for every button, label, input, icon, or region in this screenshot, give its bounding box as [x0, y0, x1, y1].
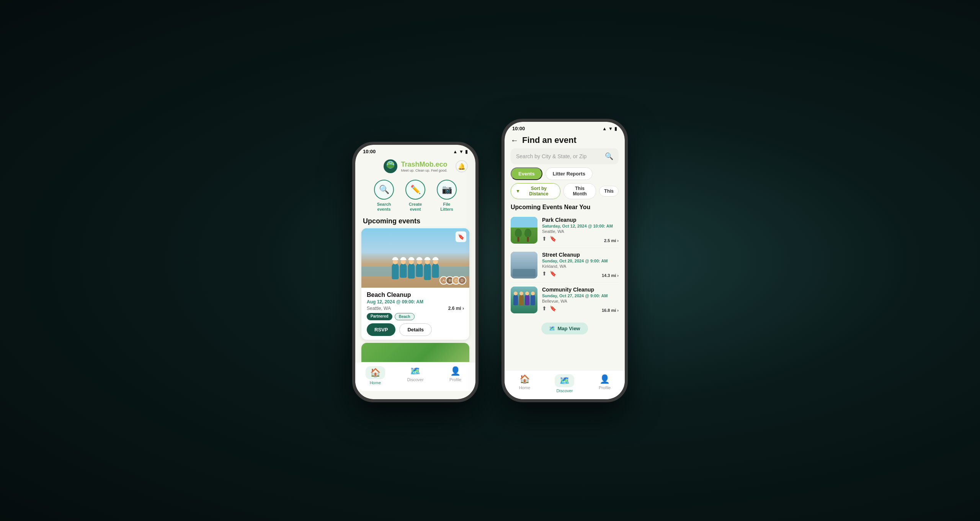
search-events-icon: 🔍	[374, 180, 394, 200]
right-nav-discover-label: Discover	[557, 388, 573, 393]
street-share-icon[interactable]: ⬆	[542, 270, 547, 277]
bookmark-icon[interactable]: 🔖	[456, 231, 466, 242]
upcoming-events-heading: Upcoming Events Near You	[505, 202, 625, 213]
right-bottom-nav: 🏠 Home 🗺️ Discover 👤 Profile	[505, 370, 625, 399]
back-button[interactable]: ←	[511, 136, 518, 145]
rsvp-button[interactable]: RSVP	[367, 323, 395, 336]
right-phone-content: ← Find an event Search by City & State, …	[505, 133, 625, 399]
community-event-distance: 16.8 mi ›	[602, 308, 619, 313]
right-status-bar: 10:00 ▲ ▼ ▮	[505, 122, 625, 133]
nav-home-bg: 🏠	[366, 366, 385, 379]
community-scene	[511, 287, 537, 313]
left-bottom-nav: 🏠 Home 🗺️ Discover 👤 Profile	[355, 362, 475, 391]
tab-litter-reports[interactable]: Litter Reports	[546, 167, 593, 180]
right-profile-icon: 👤	[599, 374, 610, 384]
right-nav-discover-bg: 🗺️	[555, 374, 574, 387]
file-litters-action[interactable]: 📷 FileLitters	[437, 180, 457, 212]
street-event-distance: 14.3 mi ›	[602, 273, 619, 278]
park-event-name: Park Cleanup	[542, 217, 619, 223]
map-view-button[interactable]: 🗺️ Map View	[541, 323, 588, 334]
right-discover-icon: 🗺️	[559, 376, 570, 386]
event-row-community[interactable]: Community Cleanup Sunday, Oct 27, 2024 @…	[511, 283, 619, 317]
left-status-icons: ▲ ▼ ▮	[453, 149, 468, 154]
community-share-icon[interactable]: ⬆	[542, 305, 547, 311]
event-name: Beach Cleanup	[367, 292, 464, 298]
details-button[interactable]: Details	[399, 323, 432, 336]
next-event-peek	[361, 343, 469, 362]
svg-point-4	[392, 162, 394, 164]
svg-point-2	[387, 164, 394, 168]
right-time: 10:00	[512, 126, 525, 131]
left-status-bar: 10:00 ▲ ▼ ▮	[355, 145, 475, 156]
comm-person-2	[519, 295, 524, 305]
park-bookmark-icon[interactable]: 🔖	[550, 236, 556, 242]
nav-profile-label: Profile	[449, 377, 461, 382]
signal-icon: ▲	[453, 149, 457, 154]
app-header: TrashMob.eco Meet up. Clean up. Feel goo…	[355, 156, 475, 176]
right-signal-icon: ▲	[602, 126, 607, 131]
avatar-4: D	[458, 276, 466, 285]
logo-area: TrashMob.eco Meet up. Clean up. Feel goo…	[383, 159, 447, 174]
this-filter[interactable]: This	[599, 186, 619, 197]
right-nav-profile[interactable]: 👤 Profile	[593, 374, 616, 393]
street-event-name: Street Cleanup	[542, 252, 619, 258]
search-events-action[interactable]: 🔍 Searchevents	[374, 180, 394, 212]
event-row-park[interactable]: Park Cleanup Saturday, Oct 12, 2024 @ 10…	[511, 213, 619, 248]
community-event-date: Sunday, Oct 27, 2024 @ 9:00: AM	[542, 293, 619, 298]
location-search-bar[interactable]: Search by City & State, or Zip 🔍	[511, 148, 619, 164]
right-phone-screen: 10:00 ▲ ▼ ▮ ← Find an event Search by Ci…	[505, 122, 625, 399]
tag-partnered: Partnered	[367, 313, 392, 320]
featured-event-card[interactable]: 🔖 A B C D Beach Cleanup Aug 12, 2024 @ 0…	[361, 228, 469, 340]
beach-people	[392, 263, 439, 280]
left-time: 10:00	[363, 149, 376, 154]
map-icon: 🗺️	[549, 326, 555, 331]
app-name: TrashMob.eco	[401, 161, 447, 169]
wifi-icon: ▼	[459, 149, 464, 154]
attendee-avatars: A B C D	[442, 276, 466, 285]
park-share-icon[interactable]: ⬆	[542, 236, 547, 242]
nav-discover[interactable]: 🗺️ Discover	[404, 366, 427, 385]
right-wifi-icon: ▼	[608, 126, 613, 131]
comm-person-1	[513, 295, 518, 305]
event-location: Seattle, WA	[367, 306, 391, 311]
nav-home[interactable]: 🏠 Home	[364, 366, 387, 385]
right-nav-profile-label: Profile	[599, 385, 611, 390]
right-nav-discover[interactable]: 🗺️ Discover	[553, 374, 576, 393]
event-row-street[interactable]: Street Cleanup Sunday, Oct 20, 2024 @ 9:…	[511, 248, 619, 283]
this-month-filter[interactable]: This Month	[564, 183, 596, 199]
community-event-location: Bellevue, WA	[542, 299, 619, 303]
street-scene	[511, 252, 537, 279]
svg-point-3	[387, 162, 390, 165]
discover-icon: 🗺️	[410, 366, 420, 376]
nav-discover-label: Discover	[407, 377, 424, 382]
event-card-info: Beach Cleanup Aug 12, 2024 @ 09:00: AM S…	[361, 288, 469, 340]
right-status-icons: ▲ ▼ ▮	[602, 126, 617, 131]
left-phone-screen: 10:00 ▲ ▼ ▮	[355, 145, 475, 399]
profile-icon: 👤	[450, 366, 461, 376]
right-phone: 10:00 ▲ ▼ ▮ ← Find an event Search by Ci…	[501, 119, 628, 402]
park-event-location: Seattle, WA	[542, 229, 619, 234]
search-placeholder-text: Search by City & State, or Zip	[516, 153, 602, 159]
nav-profile[interactable]: 👤 Profile	[444, 366, 467, 385]
event-distance: 2.6 mi ›	[448, 306, 464, 311]
right-battery-icon: ▮	[614, 126, 617, 131]
community-bookmark-icon[interactable]: 🔖	[550, 305, 556, 311]
right-nav-home-label: Home	[519, 385, 530, 390]
street-event-location: Kirkland, WA	[542, 264, 619, 269]
create-event-action[interactable]: ✏️ Createevent	[405, 180, 425, 212]
street-bookmark-icon[interactable]: 🔖	[550, 270, 556, 277]
right-nav-home[interactable]: 🏠 Home	[513, 374, 536, 393]
notification-bell-icon[interactable]: 🔔	[456, 160, 468, 172]
events-list: Park Cleanup Saturday, Oct 12, 2024 @ 10…	[505, 213, 625, 370]
event-meta: Seattle, WA 2.6 mi ›	[367, 306, 464, 311]
tab-events[interactable]: Events	[511, 167, 542, 180]
community-people	[513, 295, 535, 305]
community-event-name: Community Cleanup	[542, 287, 619, 293]
left-phone: 10:00 ▲ ▼ ▮	[352, 142, 479, 402]
park-event-thumbnail	[511, 217, 537, 244]
quick-actions: 🔍 Searchevents ✏️ Createevent 📷 FileLitt…	[355, 176, 475, 216]
sort-by-distance-button[interactable]: ▼ Sort by Distance	[511, 183, 560, 199]
street-event-date: Sunday, Oct 20, 2024 @ 9:00: AM	[542, 259, 619, 263]
search-icon[interactable]: 🔍	[605, 152, 613, 161]
event-date: Aug 12, 2024 @ 09:00: AM	[367, 299, 464, 305]
